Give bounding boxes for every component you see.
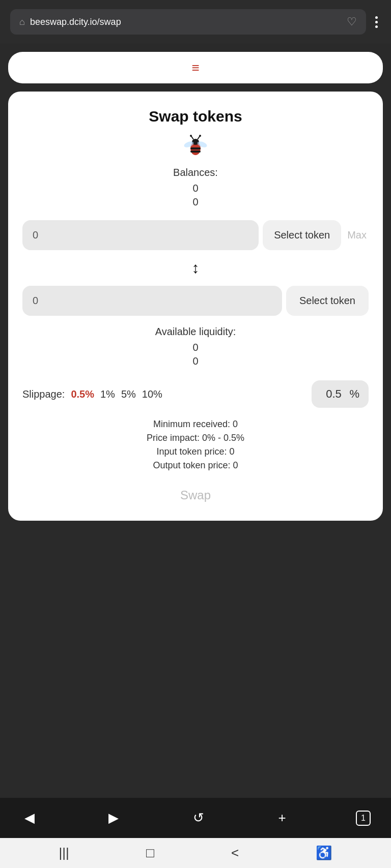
slippage-custom-input[interactable]: [321, 387, 346, 401]
heart-icon[interactable]: ♡: [347, 15, 357, 28]
system-accessibility-button[interactable]: ♿: [316, 845, 332, 861]
slippage-option-5[interactable]: 5%: [121, 388, 136, 400]
output-row: Select token: [22, 286, 369, 316]
url-bar[interactable]: ⌂ beeswap.dcity.io/swap ♡: [10, 9, 366, 35]
slippage-custom-input-group: %: [312, 380, 369, 408]
select-token-button-1[interactable]: Select token: [263, 220, 341, 250]
url-text: beeswap.dcity.io/swap: [30, 17, 342, 27]
back-button[interactable]: ◀: [20, 806, 39, 830]
svg-point-5: [190, 135, 192, 137]
svg-rect-2: [190, 151, 201, 153]
liquidity-value-1: 0: [22, 342, 369, 353]
min-received-text: Minimum received: 0: [22, 419, 369, 430]
output-input[interactable]: [22, 286, 282, 316]
liquidity-section: Available liquidity: 0 0: [22, 326, 369, 369]
amount-input[interactable]: [22, 220, 259, 250]
slippage-row: Slippage: 0.5% 1% 5% 10% %: [22, 380, 369, 408]
nav-bar: ≡: [8, 52, 383, 83]
max-button[interactable]: Max: [345, 225, 369, 245]
add-tab-button[interactable]: +: [274, 806, 290, 830]
info-section: Minimum received: 0 Price impact: 0% - 0…: [22, 419, 369, 474]
forward-button[interactable]: ▶: [104, 806, 123, 830]
swap-card: Swap tokens Balances: 0 0 Select token: [8, 92, 383, 521]
system-nav: ||| □ < ♿: [0, 838, 391, 868]
balances-label: Balances:: [173, 167, 218, 178]
main-content: ≡ Swap tokens Balances: 0 0: [0, 44, 391, 798]
slippage-percent-symbol: %: [349, 387, 359, 401]
slippage-option-0-5[interactable]: 0.5%: [71, 388, 94, 400]
system-back-button[interactable]: <: [231, 845, 239, 861]
system-home-button[interactable]: □: [146, 845, 154, 861]
balance-value-1: 0: [192, 183, 198, 194]
refresh-button[interactable]: ↺: [189, 806, 208, 830]
price-impact-text: Price impact: 0% - 0.5%: [22, 433, 369, 443]
select-token-button-2[interactable]: Select token: [286, 286, 369, 316]
output-token-price-text: Output token price: 0: [22, 460, 369, 471]
tabs-count-badge[interactable]: 1: [356, 811, 371, 826]
menu-dots-icon[interactable]: [372, 14, 381, 30]
svg-point-7: [199, 135, 201, 137]
browser-bar: ⌂ beeswap.dcity.io/swap ♡: [0, 0, 391, 44]
bottom-nav: ◀ ▶ ↺ + 1: [0, 798, 391, 838]
bee-icon: [182, 133, 209, 160]
slippage-option-10[interactable]: 10%: [142, 388, 162, 400]
home-icon: ⌂: [19, 17, 25, 27]
swap-title: Swap tokens: [149, 108, 242, 125]
svg-rect-1: [190, 147, 201, 149]
balance-value-2: 0: [192, 196, 198, 208]
input-row: Select token Max: [22, 220, 369, 250]
slippage-option-1[interactable]: 1%: [100, 388, 115, 400]
system-menu-button[interactable]: |||: [59, 845, 69, 861]
hamburger-icon[interactable]: ≡: [191, 61, 199, 74]
liquidity-value-2: 0: [22, 355, 369, 367]
swap-direction-icon[interactable]: ↕: [192, 259, 200, 277]
liquidity-label: Available liquidity:: [22, 326, 369, 338]
swap-button[interactable]: Swap: [180, 488, 211, 502]
input-token-price-text: Input token price: 0: [22, 446, 369, 457]
slippage-label: Slippage:: [22, 388, 65, 400]
